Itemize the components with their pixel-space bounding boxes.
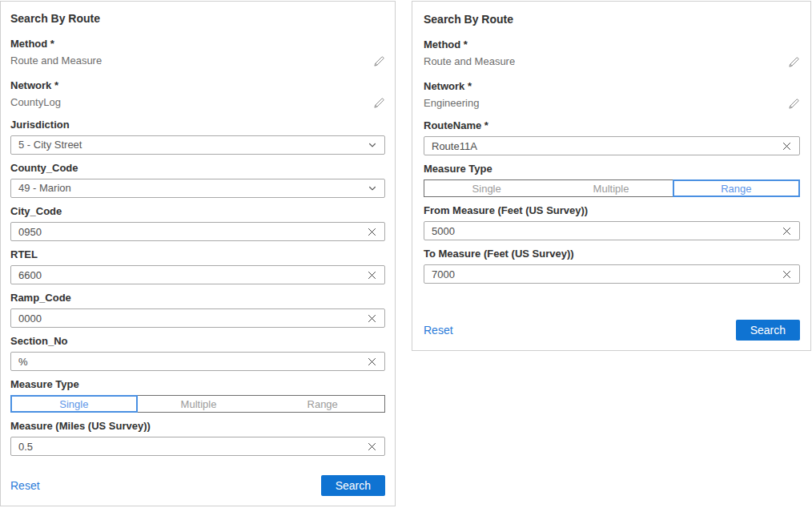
clear-icon[interactable] — [367, 227, 377, 237]
panel-title: Search By Route — [10, 12, 385, 26]
page: Search By Route Method * Route and Measu… — [0, 0, 812, 508]
ramp-code-label: Ramp_Code — [10, 292, 385, 304]
city-code-label: City_Code — [10, 205, 385, 218]
network-field: Network * CountyLog — [10, 79, 385, 109]
spacer — [10, 456, 385, 475]
section-no-group: Section_No — [10, 335, 385, 371]
route-name-input[interactable] — [432, 140, 775, 152]
city-code-input-box — [10, 222, 385, 241]
section-no-label: Section_No — [10, 335, 385, 348]
to-measure-group: To Measure (Feet (US Survey)) — [424, 248, 800, 284]
jurisdiction-selected-value: 5 - City Street — [18, 139, 82, 151]
measure-type-multiple-tab[interactable]: Multiple — [549, 180, 673, 196]
chevron-down-icon — [368, 140, 377, 150]
measure-group: Measure (Miles (US Survey)) — [10, 420, 385, 456]
measure-type-label: Measure Type — [10, 378, 385, 391]
county-code-label: County_Code — [10, 162, 385, 175]
clear-icon[interactable] — [782, 269, 792, 280]
to-measure-input-box — [424, 264, 800, 284]
edit-network-pencil-icon[interactable] — [373, 97, 385, 109]
measure-type-range-tab[interactable]: Range — [260, 396, 384, 412]
county-code-selected-value: 49 - Marion — [18, 182, 71, 195]
chevron-down-icon — [368, 183, 377, 193]
rtel-label: RTEL — [10, 248, 385, 261]
network-value: CountyLog — [10, 96, 61, 109]
method-field: Method * Route and Measure — [424, 38, 800, 68]
city-code-group: City_Code — [10, 205, 385, 241]
from-measure-label: From Measure (Feet (US Survey)) — [424, 204, 800, 217]
edit-method-pencil-icon[interactable] — [788, 56, 800, 68]
ramp-code-input-box — [10, 308, 385, 328]
clear-icon[interactable] — [367, 270, 377, 280]
measure-type-control: Single Multiple Range — [10, 395, 385, 413]
edit-network-pencil-icon[interactable] — [788, 98, 800, 110]
section-no-input[interactable] — [18, 356, 360, 368]
edit-method-pencil-icon[interactable] — [373, 55, 385, 67]
county-code-select[interactable]: 49 - Marion — [10, 179, 385, 198]
search-by-route-panel-left: Search By Route Method * Route and Measu… — [0, 1, 396, 506]
measure-type-group: Measure Type Single Multiple Range — [424, 163, 800, 197]
spacer — [424, 284, 800, 320]
measure-input[interactable] — [18, 441, 360, 453]
clear-icon[interactable] — [367, 441, 377, 452]
panel-footer: Reset Search — [424, 320, 800, 341]
clear-icon[interactable] — [367, 313, 377, 324]
panel-footer: Reset Search — [10, 475, 385, 496]
method-label: Method * — [424, 38, 800, 51]
jurisdiction-group: Jurisdiction 5 - City Street — [10, 119, 385, 155]
measure-type-range-tab[interactable]: Range — [673, 179, 800, 197]
measure-type-control: Single Multiple Range — [424, 179, 800, 197]
measure-type-group: Measure Type Single Multiple Range — [10, 378, 385, 413]
ramp-code-input[interactable] — [18, 312, 360, 325]
panel-title: Search By Route — [424, 13, 800, 26]
search-button[interactable]: Search — [736, 320, 800, 341]
to-measure-input[interactable] — [432, 268, 775, 280]
clear-icon[interactable] — [782, 141, 792, 151]
section-no-input-box — [10, 352, 385, 371]
method-label: Method * — [10, 38, 385, 50]
network-field: Network * Engineering — [424, 80, 800, 110]
rtel-input-box — [10, 265, 385, 284]
city-code-input[interactable] — [18, 226, 360, 238]
method-value: Route and Measure — [424, 55, 515, 68]
search-by-route-panel-right: Search By Route Method * Route and Measu… — [412, 1, 811, 351]
measure-input-box — [10, 437, 385, 456]
from-measure-input[interactable] — [432, 225, 775, 237]
network-label: Network * — [424, 80, 800, 93]
route-name-label: RouteName * — [424, 119, 800, 132]
to-measure-label: To Measure (Feet (US Survey)) — [424, 248, 800, 260]
network-value: Engineering — [424, 97, 479, 110]
clear-icon[interactable] — [367, 357, 377, 367]
measure-type-single-tab[interactable]: Single — [10, 395, 138, 413]
from-measure-group: From Measure (Feet (US Survey)) — [424, 204, 800, 240]
search-button[interactable]: Search — [321, 475, 385, 496]
reset-link[interactable]: Reset — [10, 479, 40, 492]
ramp-code-group: Ramp_Code — [10, 292, 385, 328]
jurisdiction-select[interactable]: 5 - City Street — [10, 135, 385, 155]
from-measure-input-box — [424, 221, 800, 240]
jurisdiction-label: Jurisdiction — [10, 119, 385, 131]
method-field: Method * Route and Measure — [10, 38, 385, 67]
county-code-group: County_Code 49 - Marion — [10, 162, 385, 198]
measure-type-label: Measure Type — [424, 163, 800, 175]
clear-icon[interactable] — [782, 226, 792, 236]
method-value: Route and Measure — [10, 54, 102, 67]
measure-type-multiple-tab[interactable]: Multiple — [137, 396, 261, 412]
reset-link[interactable]: Reset — [424, 324, 453, 337]
rtel-input[interactable] — [18, 269, 360, 281]
measure-type-single-tab[interactable]: Single — [424, 180, 549, 196]
route-name-group: RouteName * — [424, 119, 800, 155]
rtel-group: RTEL — [10, 248, 385, 284]
network-label: Network * — [10, 79, 385, 92]
measure-label: Measure (Miles (US Survey)) — [10, 420, 385, 433]
route-name-input-box — [424, 136, 800, 155]
